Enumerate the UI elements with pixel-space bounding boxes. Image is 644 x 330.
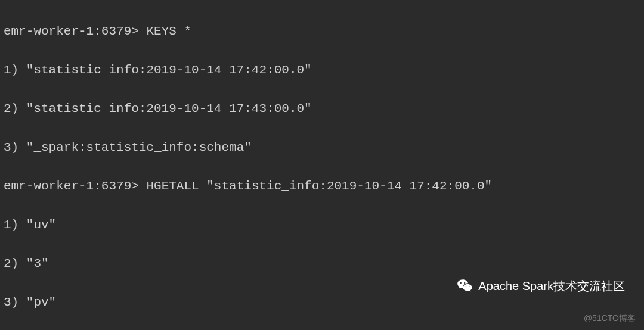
command: HGETALL "statistic_info:2019-10-14 17:42…: [146, 179, 492, 193]
command-line-2: emr-worker-1:6379> HGETALL "statistic_in…: [4, 177, 640, 197]
watermark-blog-text: @51CTO博客: [584, 313, 636, 323]
prompt: emr-worker-1:6379>: [4, 24, 139, 38]
command: KEYS *: [146, 24, 191, 38]
watermark-blog: @51CTO博客: [584, 312, 636, 325]
watermark-wechat-text: Apache Spark技术交流社区: [478, 277, 625, 295]
output-line: 1) "uv": [4, 216, 640, 235]
watermark-wechat: Apache Spark技术交流社区: [457, 277, 625, 295]
output-line: 1) "statistic_info:2019-10-14 17:42:00.0…: [4, 61, 640, 80]
output-line: 3) "pv": [4, 293, 640, 313]
output-line: 3) "_spark:statistic_info:schema": [4, 138, 640, 158]
output-line: 2) "3": [4, 254, 640, 274]
command-line-1: emr-worker-1:6379> KEYS *: [4, 22, 640, 42]
prompt: emr-worker-1:6379>: [4, 179, 139, 193]
output-line: 2) "statistic_info:2019-10-14 17:43:00.0…: [4, 99, 640, 119]
wechat-icon: [457, 278, 473, 295]
